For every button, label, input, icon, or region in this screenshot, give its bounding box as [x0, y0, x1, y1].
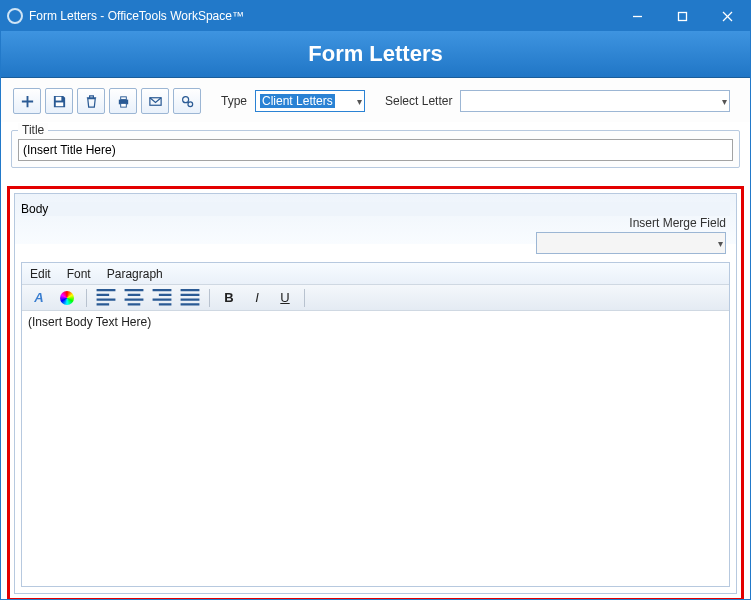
- menu-edit[interactable]: Edit: [30, 267, 51, 281]
- type-label: Type: [221, 94, 247, 108]
- save-icon: [52, 94, 67, 109]
- minimize-button[interactable]: [615, 1, 660, 31]
- menu-font[interactable]: Font: [67, 267, 91, 281]
- align-center-button[interactable]: [123, 288, 145, 308]
- bold-button[interactable]: B: [218, 288, 240, 308]
- type-value: Client Letters: [260, 94, 335, 108]
- email-button[interactable]: [141, 88, 169, 114]
- mail-icon: [148, 94, 163, 109]
- chevron-down-icon: ▾: [722, 96, 727, 107]
- select-letter-label: Select Letter: [385, 94, 452, 108]
- add-button[interactable]: [13, 88, 41, 114]
- align-right-button[interactable]: [151, 288, 173, 308]
- align-justify-button[interactable]: [179, 288, 201, 308]
- type-group: Type Client Letters ▾: [221, 90, 365, 112]
- svg-point-10: [182, 96, 188, 102]
- svg-rect-4: [55, 96, 61, 100]
- save-button[interactable]: [45, 88, 73, 114]
- maximize-button[interactable]: [660, 1, 705, 31]
- close-button[interactable]: [705, 1, 750, 31]
- body-highlight: Body Insert Merge Field ▾ Edit Font Para…: [7, 186, 744, 600]
- toolbar-separator: [304, 289, 305, 307]
- window-titlebar: Form Letters - OfficeTools WorkSpace™: [1, 1, 750, 31]
- editor-toolbar: A B I U: [22, 285, 729, 311]
- align-left-button[interactable]: [95, 288, 117, 308]
- svg-rect-8: [120, 103, 126, 107]
- align-justify-icon: [179, 287, 201, 309]
- action-buttons: [13, 88, 201, 114]
- toolbar-separator: [209, 289, 210, 307]
- color-wheel-icon: [60, 291, 74, 305]
- editor-menubar: Edit Font Paragraph: [22, 263, 729, 285]
- rich-text-editor: Edit Font Paragraph A: [21, 262, 730, 587]
- svg-rect-1: [679, 12, 687, 20]
- title-fieldset: Title: [11, 130, 740, 168]
- merge-field-dropdown[interactable]: ▾: [536, 232, 726, 254]
- svg-point-11: [187, 101, 192, 106]
- gear-icon: [180, 94, 195, 109]
- settings-button[interactable]: [173, 88, 201, 114]
- delete-button[interactable]: [77, 88, 105, 114]
- plus-icon: [20, 94, 35, 109]
- chevron-down-icon: ▾: [357, 96, 362, 107]
- app-icon: [7, 8, 23, 24]
- chevron-down-icon: ▾: [718, 238, 723, 249]
- panel-area: Title: [1, 122, 750, 178]
- align-right-icon: [151, 287, 173, 309]
- select-letter-dropdown[interactable]: ▾: [460, 90, 730, 112]
- select-letter-group: Select Letter ▾: [385, 90, 730, 112]
- type-dropdown[interactable]: Client Letters ▾: [255, 90, 365, 112]
- main-toolbar: Type Client Letters ▾ Select Letter ▾: [1, 78, 750, 122]
- menu-paragraph[interactable]: Paragraph: [107, 267, 163, 281]
- font-color-button[interactable]: [56, 288, 78, 308]
- svg-rect-5: [55, 102, 63, 106]
- trash-icon: [84, 94, 99, 109]
- window-title: Form Letters - OfficeTools WorkSpace™: [29, 9, 244, 23]
- italic-button[interactable]: I: [246, 288, 268, 308]
- merge-field-label: Insert Merge Field: [629, 216, 726, 230]
- page-banner: Form Letters: [1, 31, 750, 78]
- body-legend: Body: [21, 202, 730, 216]
- svg-rect-7: [120, 96, 126, 99]
- font-style-button[interactable]: A: [28, 288, 50, 308]
- body-textarea[interactable]: (Insert Body Text Here): [22, 311, 729, 586]
- merge-field-row: Insert Merge Field ▾: [21, 216, 730, 262]
- align-center-icon: [123, 287, 145, 309]
- body-fieldset: Body Insert Merge Field ▾ Edit Font Para…: [14, 193, 737, 594]
- title-legend: Title: [18, 123, 48, 137]
- print-button[interactable]: [109, 88, 137, 114]
- toolbar-separator: [86, 289, 87, 307]
- title-input[interactable]: [18, 139, 733, 161]
- page-title: Form Letters: [308, 41, 442, 67]
- underline-button[interactable]: U: [274, 288, 296, 308]
- align-left-icon: [95, 287, 117, 309]
- print-icon: [116, 94, 131, 109]
